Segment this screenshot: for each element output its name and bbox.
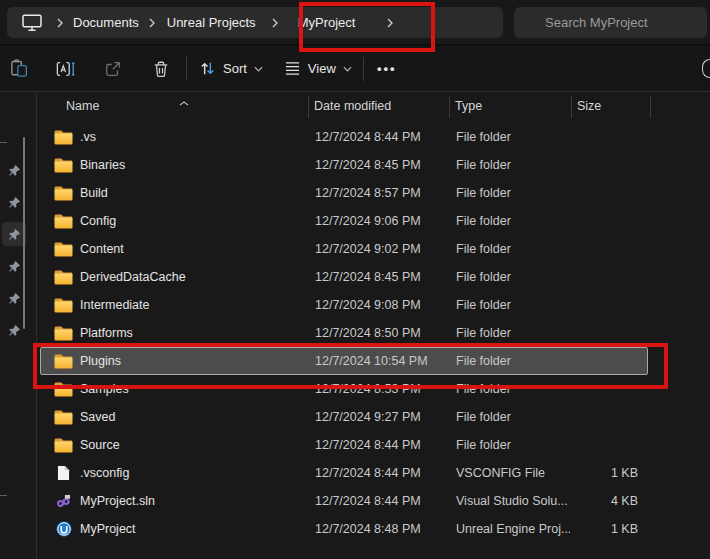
file-name: DerivedDataCache <box>80 270 186 284</box>
share-button[interactable] <box>96 52 130 86</box>
table-row[interactable]: .vs 12/7/2024 8:44 PM File folder <box>40 123 648 151</box>
column-divider[interactable] <box>650 96 651 118</box>
view-button[interactable]: View <box>278 52 358 86</box>
rail-scrollbar[interactable] <box>23 137 25 329</box>
table-row[interactable]: Binaries 12/7/2024 8:45 PM File folder <box>40 151 648 179</box>
file-type-icon <box>54 241 73 258</box>
sort-ascending-caret-icon <box>179 92 189 110</box>
folder-icon <box>54 242 73 257</box>
date-modified-cell: 12/7/2024 9:08 PM <box>311 298 452 312</box>
file-name-cell: DerivedDataCache <box>41 269 311 286</box>
date-modified-cell: 12/7/2024 8:57 PM <box>311 186 452 200</box>
sort-button[interactable]: Sort <box>193 52 269 86</box>
more-options-button[interactable]: ••• <box>368 52 406 86</box>
date-modified-cell: 12/7/2024 8:44 PM <box>311 494 452 508</box>
file-name-cell: .vs <box>41 129 311 146</box>
table-row[interactable]: .vsconfig 12/7/2024 8:44 PM VSCONFIG Fil… <box>40 459 648 487</box>
navigation-bar: Documents Unreal Projects MyProject <box>0 0 710 46</box>
column-header-type[interactable]: Type <box>455 99 482 113</box>
file-explorer-window: Documents Unreal Projects MyProject <box>0 0 710 559</box>
details-pane-icon-partial[interactable] <box>702 59 710 78</box>
pin-icon <box>8 292 21 305</box>
table-row[interactable]: Config 12/7/2024 9:06 PM File folder <box>40 207 648 235</box>
share-icon <box>104 60 122 78</box>
column-divider[interactable] <box>571 96 572 118</box>
table-row[interactable]: Samples 12/7/2024 8:53 PM File folder <box>40 375 648 403</box>
pinned-items-list <box>0 92 36 346</box>
date-modified-cell: 12/7/2024 9:06 PM <box>311 214 452 228</box>
column-divider[interactable] <box>308 96 309 118</box>
more-icon: ••• <box>377 61 397 76</box>
navigation-rail <box>0 92 36 559</box>
breadcrumb-chevron-icon[interactable] <box>149 18 155 28</box>
table-row[interactable]: Content 12/7/2024 9:02 PM File folder <box>40 235 648 263</box>
file-name-cell: MyProject.sln <box>41 493 311 510</box>
file-type-icon <box>54 185 73 202</box>
folder-icon <box>54 438 73 453</box>
type-cell: File folder <box>452 438 570 452</box>
breadcrumb-item-myproject[interactable]: MyProject <box>298 15 356 30</box>
table-row[interactable]: Source 12/7/2024 8:44 PM File folder <box>40 431 648 459</box>
file-table: .vs 12/7/2024 8:44 PM File folder <box>37 123 710 543</box>
date-modified-cell: 12/7/2024 8:44 PM <box>311 130 452 144</box>
delete-button[interactable] <box>144 52 178 86</box>
file-name-cell: Intermediate <box>41 297 311 314</box>
pin-icon <box>8 324 21 337</box>
date-modified-cell: 12/7/2024 8:45 PM <box>311 158 452 172</box>
column-header-size[interactable]: Size <box>577 99 601 113</box>
breadcrumb-item-unreal-projects[interactable]: Unreal Projects <box>167 15 256 30</box>
pin-icon <box>8 196 21 209</box>
table-row[interactable]: MyProject.sln 12/7/2024 8:44 PM Visual S… <box>40 487 648 515</box>
date-modified-cell: 12/7/2024 10:54 PM <box>311 354 452 368</box>
date-modified-cell: 12/7/2024 8:44 PM <box>311 438 452 452</box>
file-type-icon <box>54 465 73 482</box>
file-type-icon <box>54 409 73 426</box>
type-cell: File folder <box>452 214 570 228</box>
chevron-down-icon <box>254 66 263 72</box>
folder-icon <box>54 410 73 425</box>
sort-arrows-icon <box>199 60 216 77</box>
file-name: MyProject.sln <box>80 494 155 508</box>
size-cell: 1 KB <box>570 522 642 536</box>
column-divider[interactable] <box>449 96 450 118</box>
file-name-cell: Config <box>41 213 311 230</box>
breadcrumb-item-documents[interactable]: Documents <box>73 15 139 30</box>
breadcrumb: Documents Unreal Projects MyProject <box>7 7 503 38</box>
this-pc-icon[interactable] <box>21 12 43 34</box>
pin-icon <box>8 228 21 241</box>
column-header-date-modified[interactable]: Date modified <box>314 99 391 113</box>
file-name-cell: Platforms <box>41 325 311 342</box>
table-row[interactable]: Platforms 12/7/2024 8:50 PM File folder <box>40 319 648 347</box>
breadcrumb-chevron-icon[interactable] <box>387 18 393 28</box>
type-cell: File folder <box>452 270 570 284</box>
file-name: Samples <box>80 382 129 396</box>
search-input[interactable] <box>514 7 707 38</box>
type-cell: File folder <box>452 130 570 144</box>
folder-icon <box>54 382 73 397</box>
file-name: MyProject <box>80 522 136 536</box>
file-name-cell: MyProject <box>41 521 311 538</box>
folder-icon <box>54 130 73 145</box>
table-row[interactable]: Intermediate 12/7/2024 9:08 PM File fold… <box>40 291 648 319</box>
table-row[interactable]: MyProject 12/7/2024 8:48 PM Unreal Engin… <box>40 515 648 543</box>
table-row[interactable]: Plugins 12/7/2024 10:54 PM File folder <box>40 347 648 375</box>
view-lines-icon <box>284 61 301 76</box>
column-header-name[interactable]: Name <box>66 99 99 113</box>
file-name: Platforms <box>80 326 133 340</box>
table-row[interactable]: Build 12/7/2024 8:57 PM File folder <box>40 179 648 207</box>
file-name: Build <box>80 186 108 200</box>
breadcrumb-chevron-icon[interactable] <box>272 18 278 28</box>
type-cell: File folder <box>452 354 570 368</box>
folder-icon <box>54 214 73 229</box>
chevron-down-icon <box>343 66 352 72</box>
rename-button[interactable] <box>49 52 83 86</box>
pin-icon <box>8 164 21 177</box>
breadcrumb-chevron-icon[interactable] <box>57 18 63 28</box>
visual-studio-icon <box>56 494 71 509</box>
file-name-cell: Build <box>41 185 311 202</box>
file-name: Plugins <box>80 354 121 368</box>
table-row[interactable]: DerivedDataCache 12/7/2024 8:45 PM File … <box>40 263 648 291</box>
table-row[interactable]: Saved 12/7/2024 9:27 PM File folder <box>40 403 648 431</box>
type-cell: File folder <box>452 186 570 200</box>
paste-button[interactable] <box>2 52 36 86</box>
